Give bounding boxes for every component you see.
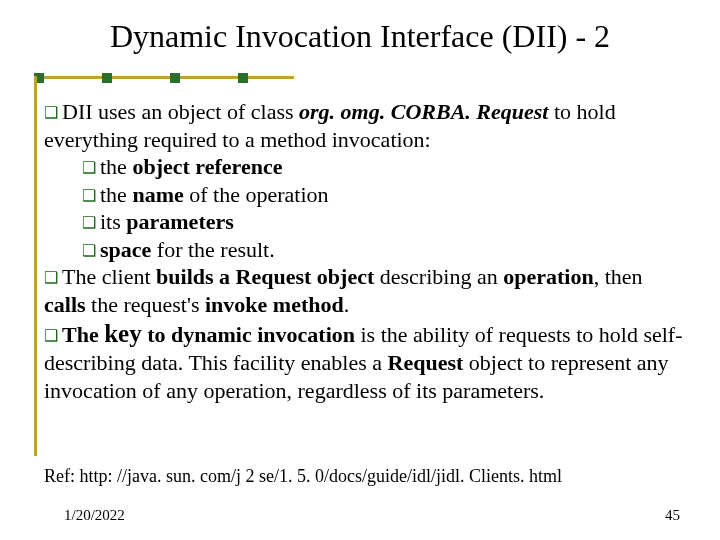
square-bullet-icon: ❑ <box>44 327 58 344</box>
sub-1: ❑the object reference <box>82 153 684 181</box>
reference-line: Ref: http: //java. sun. com/j 2 se/1. 5.… <box>44 466 562 487</box>
text: the <box>100 154 132 179</box>
text-bold: The <box>62 322 104 347</box>
text-bold: name <box>132 182 183 207</box>
square-bullet-icon: ❑ <box>82 242 96 259</box>
text-emph: org. omg. CORBA. Request <box>299 99 548 124</box>
text: DII uses an object of class <box>62 99 299 124</box>
text-bold: builds a Request object <box>156 264 374 289</box>
footer-date: 1/20/2022 <box>64 507 125 524</box>
text-bold: operation <box>503 264 593 289</box>
text-bold: space <box>100 237 151 262</box>
text: the request's <box>86 292 205 317</box>
slide: Dynamic Invocation Interface (DII) - 2 ❑… <box>0 0 720 540</box>
accent-sidebar <box>34 76 37 456</box>
accent-dots <box>34 73 248 83</box>
sub-4: ❑space for the result. <box>82 236 684 264</box>
text: for the result. <box>151 237 274 262</box>
text: . <box>344 292 350 317</box>
text-bold: invoke method <box>205 292 344 317</box>
text-bold-key: key <box>104 320 142 347</box>
text-bold: Request <box>388 350 464 375</box>
text: its <box>100 209 126 234</box>
para-3: ❑The key to dynamic invocation is the ab… <box>44 318 684 404</box>
text-bold: calls <box>44 292 86 317</box>
slide-body: ❑DII uses an object of class org. omg. C… <box>44 98 684 404</box>
square-bullet-icon: ❑ <box>82 187 96 204</box>
accent-dot <box>238 73 248 83</box>
square-bullet-icon: ❑ <box>82 214 96 231</box>
sub-2: ❑the name of the operation <box>82 181 684 209</box>
square-bullet-icon: ❑ <box>44 269 58 286</box>
text: The client <box>62 264 156 289</box>
text: the <box>100 182 132 207</box>
text: describing an <box>374 264 503 289</box>
footer-page-number: 45 <box>665 507 680 524</box>
slide-title: Dynamic Invocation Interface (DII) - 2 <box>0 0 720 61</box>
text-bold: parameters <box>126 209 234 234</box>
square-bullet-icon: ❑ <box>44 104 58 121</box>
para-2: ❑The client builds a Request object desc… <box>44 263 684 318</box>
accent-dot <box>170 73 180 83</box>
text: of the operation <box>184 182 329 207</box>
text-bold: to dynamic invocation <box>142 322 355 347</box>
para-1: ❑DII uses an object of class org. omg. C… <box>44 98 684 153</box>
accent-dot <box>102 73 112 83</box>
text: , then <box>594 264 643 289</box>
sub-3: ❑its parameters <box>82 208 684 236</box>
text-bold: object reference <box>132 154 282 179</box>
square-bullet-icon: ❑ <box>82 159 96 176</box>
